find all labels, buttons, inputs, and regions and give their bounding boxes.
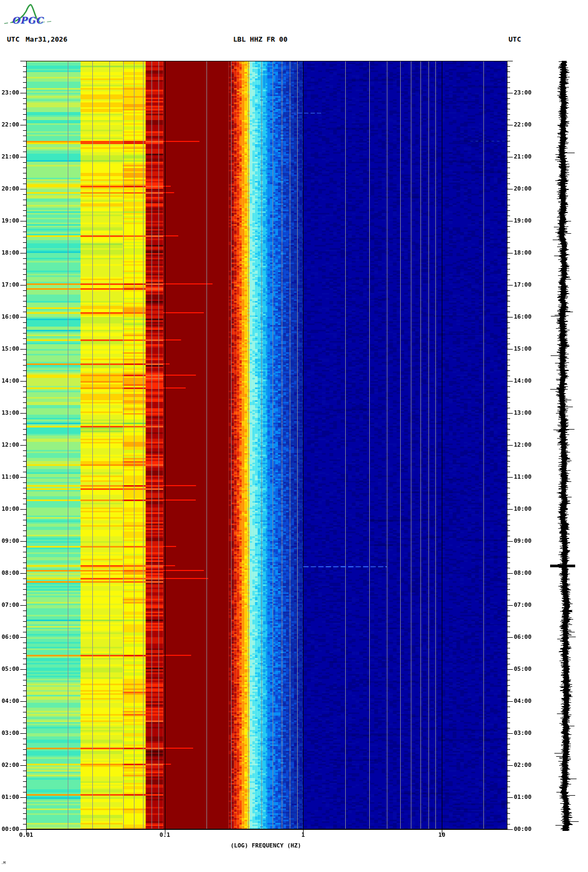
- time-label-right: 07:00: [514, 601, 537, 609]
- time-label-right: 09:00: [514, 537, 537, 545]
- time-label-left: 18:00: [0, 249, 19, 257]
- time-label-left: 02:00: [0, 762, 19, 769]
- time-label-right: 19:00: [514, 217, 537, 225]
- time-label-left: 12:00: [0, 441, 19, 449]
- time-label-left: 17:00: [0, 281, 19, 289]
- time-label-right: 06:00: [514, 633, 537, 641]
- footer-mark: .M: [1, 861, 5, 865]
- time-label-left: 21:00: [0, 153, 19, 161]
- time-label-right: 05:00: [514, 665, 537, 673]
- frequency-tick-label: 0.01: [10, 831, 42, 838]
- time-label-left: 20:00: [0, 185, 19, 193]
- frequency-tick-label: 1: [287, 831, 319, 838]
- time-label-right: 10:00: [514, 505, 537, 513]
- time-label-right: 03:00: [514, 730, 537, 737]
- time-label-left: 04:00: [0, 697, 19, 705]
- time-label-left: 19:00: [0, 217, 19, 225]
- time-label-left: 08:00: [0, 569, 19, 577]
- time-label-left: 07:00: [0, 601, 19, 609]
- time-label-right: 21:00: [514, 153, 537, 161]
- time-label-right: 15:00: [514, 345, 537, 353]
- time-label-left: 14:00: [0, 377, 19, 385]
- x-axis-label: (LOG) FREQUENCY (HZ): [231, 842, 301, 849]
- time-label-right: 01:00: [514, 794, 537, 801]
- time-label-right: 12:00: [514, 441, 537, 449]
- time-label-right: 16:00: [514, 313, 537, 321]
- time-label-right: 14:00: [514, 377, 537, 385]
- time-label-right: 11:00: [514, 473, 537, 481]
- spectrogram-canvas: [0, 0, 588, 872]
- time-label-left: 23:00: [0, 89, 19, 97]
- time-label-left: 01:00: [0, 794, 19, 801]
- time-label-left: 11:00: [0, 473, 19, 481]
- time-label-left: 22:00: [0, 121, 19, 129]
- time-label-left: 06:00: [0, 633, 19, 641]
- time-label-right: 20:00: [514, 185, 537, 193]
- time-label-left: 10:00: [0, 505, 19, 513]
- frequency-tick-label: 0.1: [149, 831, 181, 838]
- time-label-left: 03:00: [0, 730, 19, 737]
- frequency-tick-label: 10: [426, 831, 458, 838]
- time-label-left: 16:00: [0, 313, 19, 321]
- time-label-right: 22:00: [514, 121, 537, 129]
- time-label-left: 09:00: [0, 537, 19, 545]
- time-label-right: 18:00: [514, 249, 537, 257]
- time-label-right: 00:00: [514, 826, 537, 833]
- time-label-left: 13:00: [0, 409, 19, 417]
- time-label-right: 13:00: [514, 409, 537, 417]
- time-label-left: 15:00: [0, 345, 19, 353]
- time-label-right: 17:00: [514, 281, 537, 289]
- time-label-left: 05:00: [0, 665, 19, 673]
- time-label-right: 08:00: [514, 569, 537, 577]
- time-label-right: 02:00: [514, 762, 537, 769]
- time-label-right: 04:00: [514, 697, 537, 705]
- time-label-right: 23:00: [514, 89, 537, 97]
